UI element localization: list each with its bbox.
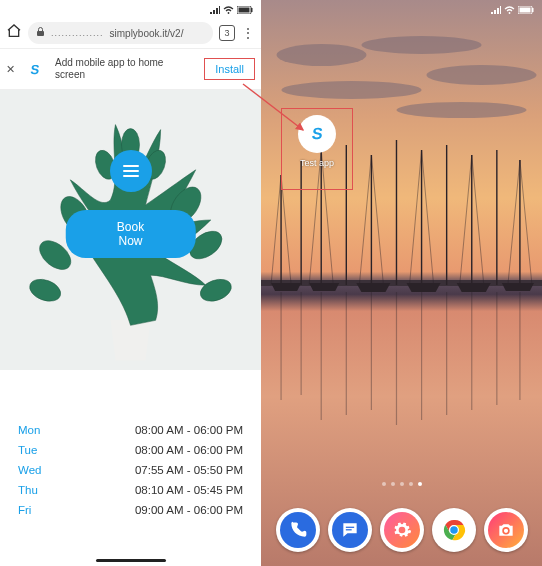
svg-point-0	[228, 12, 230, 14]
svg-rect-24	[261, 280, 542, 286]
battery-icon	[518, 6, 534, 14]
gear-icon	[392, 520, 412, 540]
svg-line-44	[460, 155, 472, 285]
browser-toolbar: ...............simplybook.it/v2/ 3 ⋮	[0, 18, 261, 48]
svg-line-41	[371, 155, 383, 285]
camera-icon	[496, 520, 516, 540]
dock-phone[interactable]	[276, 508, 320, 552]
app-icon-label: Test app	[300, 158, 334, 168]
status-bar	[261, 0, 542, 18]
url-text: simplybook.it/v2/	[110, 28, 184, 39]
time-label: 08:00 AM - 06:00 PM	[135, 424, 243, 436]
svg-line-43	[422, 150, 434, 285]
phone-icon	[288, 520, 308, 540]
status-bar	[0, 0, 261, 18]
svg-line-45	[472, 155, 484, 285]
chat-icon	[340, 520, 360, 540]
chrome-icon	[439, 515, 469, 545]
installed-app-icon[interactable]: S Test app	[281, 108, 353, 190]
time-label: 07:55 AM - 05:50 PM	[135, 464, 243, 476]
tab-count[interactable]: 3	[219, 25, 235, 41]
lock-icon	[36, 27, 45, 39]
overflow-menu-icon[interactable]: ⋮	[241, 25, 255, 41]
book-now-button[interactable]: Book Now	[65, 210, 196, 258]
dock-settings[interactable]	[380, 508, 424, 552]
svg-line-46	[508, 160, 520, 285]
wifi-icon	[504, 6, 515, 14]
home-screen: S Test app	[261, 0, 542, 566]
svg-rect-18	[532, 8, 534, 12]
url-prefix: ...............	[51, 28, 104, 38]
install-button[interactable]: Install	[204, 58, 255, 80]
hours-row: Wed 07:55 AM - 05:50 PM	[18, 460, 243, 480]
close-icon[interactable]: ✕	[6, 63, 15, 76]
home-icon[interactable]	[6, 23, 22, 43]
hours-row: Thu 08:10 AM - 05:45 PM	[18, 480, 243, 500]
wifi-icon	[223, 6, 234, 14]
battery-icon	[237, 6, 253, 14]
svg-line-40	[359, 155, 371, 285]
signal-icon	[491, 6, 501, 14]
install-banner-text: Add mobile app to home screen	[55, 57, 194, 81]
svg-rect-59	[345, 527, 353, 528]
svg-rect-2	[239, 8, 250, 13]
signal-icon	[210, 6, 220, 14]
app-icon: S	[298, 115, 336, 153]
time-label: 08:00 AM - 06:00 PM	[135, 444, 243, 456]
add-to-home-banner: ✕ S Add mobile app to home screen Instal…	[0, 48, 261, 90]
hours-row: Mon 08:00 AM - 06:00 PM	[18, 420, 243, 440]
dock	[261, 508, 542, 552]
page-indicator	[382, 482, 422, 486]
time-label: 09:00 AM - 06:00 PM	[135, 504, 243, 516]
simplybook-logo-icon: S	[24, 59, 47, 79]
dock-messages[interactable]	[328, 508, 372, 552]
url-bar[interactable]: ...............simplybook.it/v2/	[28, 22, 213, 44]
day-label: Fri	[18, 504, 31, 516]
hours-row: Fri 09:00 AM - 06:00 PM	[18, 500, 243, 520]
day-label: Thu	[18, 484, 38, 496]
svg-line-36	[271, 175, 281, 285]
browser-phone-screen: ...............simplybook.it/v2/ 3 ⋮ ✕ S…	[0, 0, 261, 566]
svg-line-47	[520, 160, 532, 285]
svg-rect-4	[37, 31, 44, 36]
menu-button[interactable]	[110, 150, 152, 192]
hamburger-icon	[123, 165, 139, 167]
nav-indicator	[96, 559, 166, 562]
svg-line-42	[410, 150, 422, 285]
svg-rect-60	[345, 529, 351, 530]
opening-hours: Mon 08:00 AM - 06:00 PM Tue 08:00 AM - 0…	[0, 370, 261, 530]
svg-point-15	[509, 12, 511, 14]
dock-camera[interactable]	[484, 508, 528, 552]
svg-rect-17	[520, 8, 531, 13]
svg-line-37	[281, 175, 291, 285]
day-label: Wed	[18, 464, 41, 476]
time-label: 08:10 AM - 05:45 PM	[135, 484, 243, 496]
day-label: Mon	[18, 424, 40, 436]
dock-chrome[interactable]	[432, 508, 476, 552]
day-label: Tue	[18, 444, 37, 456]
hero-area: Book Now	[0, 90, 261, 370]
hours-row: Tue 08:00 AM - 06:00 PM	[18, 440, 243, 460]
svg-rect-3	[251, 8, 253, 12]
